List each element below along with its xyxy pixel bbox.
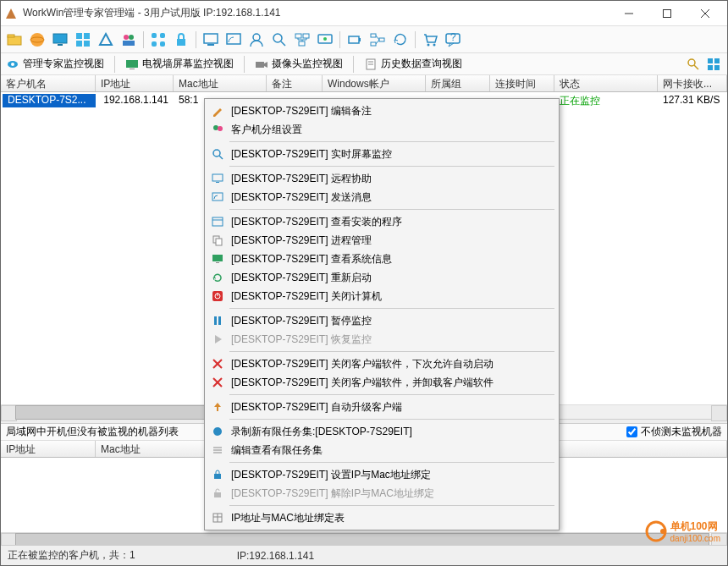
close-button[interactable] [686,2,724,25]
col-status[interactable]: 状态 [554,75,658,91]
svg-line-43 [376,40,379,44]
svg-rect-70 [212,193,223,201]
pencil-icon [211,104,224,118]
mi-realtime[interactable]: [DESKTOP-7S29EIT] 实时屏幕监控 [207,145,556,163]
mi-restart[interactable]: [DESKTOP-7S29EIT] 重新启动 [207,268,556,287]
window-title: WorkWin管理专家管理端 - 3用户试用版 IP:192.168.1.141 [23,6,609,20]
col-netcard[interactable]: 网卡接收... [658,75,727,91]
view-tvwall[interactable]: 电视墙屏幕监控视图 [125,57,234,71]
mi-shutdown[interactable]: [DESKTOP-7S29EIT] 关闭计算机 [207,287,556,305]
svg-point-25 [253,34,260,41]
mi-record-new[interactable]: 录制新有限任务集:[DESKTOP-7S29EIT] [207,422,556,441]
tb-globe-icon[interactable] [27,30,47,50]
cast-icon [211,190,224,204]
svg-rect-1 [663,9,670,17]
svg-rect-40 [371,42,376,46]
status-left: 正在被监控的客户机，共：1 [8,548,135,563]
col-group[interactable]: 所属组 [426,75,490,91]
svg-point-86 [213,427,222,436]
mi-edit-view[interactable]: 编辑查看有限任务集 [207,441,556,459]
svg-point-26 [273,34,282,42]
context-menu: [DESKTOP-7S29EIT] 编辑备注 客户机分组设置 [DESKTOP-… [204,98,560,530]
svg-rect-9 [58,44,63,46]
svg-rect-52 [256,62,264,68]
mi-bind-mac[interactable]: [DESKTOP-7S29EIT] 设置IP与Mac地址绑定 [207,465,556,484]
grid-tool-icon[interactable] [705,56,722,73]
col-client[interactable]: 客户机名 [1,75,96,91]
svg-point-66 [213,150,220,157]
col-ip[interactable]: IP地址 [96,75,174,91]
view-tvwall-label: 电视墙屏幕监控视图 [142,57,234,71]
col-winaccount[interactable]: Windows帐户 [323,75,426,91]
cell-status: 正在监控 [554,94,658,107]
lock-blue-icon [211,468,224,481]
view-monitor-label: 管理专家监控视图 [23,57,104,71]
no-detect-checkbox[interactable]: 不侦测未监视机器 [626,425,722,439]
mi-close-uninstall[interactable]: [DESKTOP-7S29EIT] 关闭客户端软件，并卸载客户端软件 [207,373,556,392]
tb-folder-icon[interactable] [4,30,25,50]
tb-users-icon[interactable] [119,30,139,50]
minimize-button[interactable] [609,2,648,25]
window-icon [211,215,224,228]
tb-lock-icon[interactable] [171,30,191,50]
tb-grid-icon[interactable] [148,30,168,50]
tb-batt-icon[interactable] [345,30,365,50]
screen-icon [211,172,224,185]
status-ip: IP:192.168.1.141 [237,550,314,562]
mi-send-msg[interactable]: [DESKTOP-7S29EIT] 发送消息 [207,188,556,206]
tb-cast-icon[interactable] [223,30,244,50]
tb-cart-icon[interactable] [420,30,440,50]
bcol-ip[interactable]: IP地址 [1,441,96,457]
tb-chat-icon[interactable]: ? [443,30,463,50]
mi-group-settings[interactable]: 客户机分组设置 [207,120,556,139]
app-icon [4,7,18,20]
svg-point-15 [129,35,134,40]
svg-point-65 [218,126,223,131]
tb-net-icon[interactable] [292,30,312,50]
view-monitor[interactable]: 管理专家监控视图 [6,57,104,71]
mi-remote-assist[interactable]: [DESKTOP-7S29EIT] 远程协助 [207,169,556,188]
mi-pause[interactable]: [DESKTOP-7S29EIT] 暂停监控 [207,311,556,330]
mi-sysinfo[interactable]: [DESKTOP-7S29EIT] 查看系统信息 [207,250,556,268]
pause-icon [211,314,224,327]
svg-line-67 [219,156,223,159]
view-history-label: 历史数据查询视图 [381,57,462,71]
svg-rect-81 [218,316,221,325]
titlebar: WorkWin管理专家管理端 - 3用户试用版 IP:192.168.1.141 [1,1,727,26]
no-detect-input[interactable] [626,426,637,437]
mi-close-auto[interactable]: [DESKTOP-7S29EIT] 关闭客户端软件，下次允许自动启动 [207,354,556,373]
svg-rect-61 [714,65,720,70]
mi-edit-remark[interactable]: [DESKTOP-7S29EIT] 编辑备注 [207,102,556,120]
tb-display-icon[interactable] [315,30,335,50]
search-tool-icon[interactable] [685,56,702,73]
svg-rect-28 [295,34,301,38]
svg-rect-19 [152,41,157,47]
tb-search-icon[interactable] [269,30,290,50]
svg-rect-74 [216,239,222,245]
view-history[interactable]: 历史数据查询视图 [364,57,462,71]
mi-upgrade[interactable]: [DESKTOP-7S29EIT] 自动升级客户端 [207,398,556,416]
tb-monitor2-icon[interactable] [201,30,221,50]
tb-monitor-icon[interactable] [50,30,70,50]
col-conntime[interactable]: 连接时间 [490,75,554,91]
mi-bind-table[interactable]: IP地址与MAC地址绑定表 [207,508,556,527]
tb-layout-icon[interactable] [73,30,93,50]
tb-triangle-icon[interactable] [96,30,116,50]
mi-installed[interactable]: [DESKTOP-7S29EIT] 查看安装的程序 [207,212,556,231]
svg-rect-37 [349,36,359,43]
maximize-button[interactable] [648,2,686,25]
mi-process[interactable]: [DESKTOP-7S29EIT] 进程管理 [207,231,556,250]
watermark-brand: 单机100网 [670,519,720,534]
col-mac[interactable]: Mac地址 [174,75,267,91]
tb-user-icon[interactable] [246,30,267,50]
tb-refresh-icon[interactable] [390,30,411,50]
tv-icon [125,58,139,71]
svg-line-57 [694,65,698,69]
svg-rect-11 [84,33,90,39]
svg-rect-29 [303,34,309,38]
svg-point-56 [688,59,695,66]
col-remark[interactable]: 备注 [267,75,323,91]
mi-resume: [DESKTOP-7S29EIT] 恢复监控 [207,330,556,349]
tb-tree-icon[interactable] [367,30,388,50]
view-camera[interactable]: 摄像头监控视图 [255,57,343,71]
